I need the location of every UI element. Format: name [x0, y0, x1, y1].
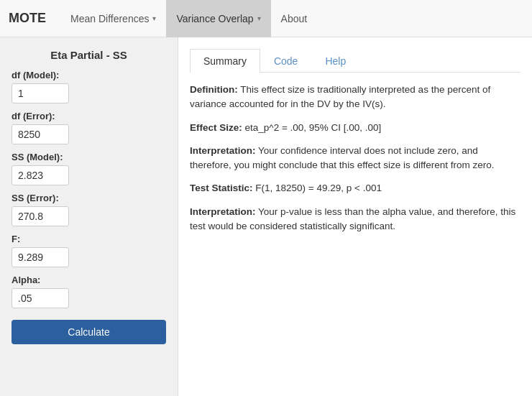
ss-error-label: SS (Error): [12, 193, 166, 203]
right-panel: Summary Code Help Definition: This effec… [178, 37, 532, 396]
f-input[interactable] [12, 247, 69, 267]
alpha-input[interactable] [12, 288, 69, 308]
tab-help[interactable]: Help [311, 49, 359, 73]
left-panel: Eta Partial - SS df (Model): df (Error):… [0, 37, 178, 396]
interpretation2-label: Interpretation: [190, 206, 256, 217]
ss-model-label: SS (Model): [12, 152, 166, 162]
tab-code[interactable]: Code [260, 49, 311, 73]
dropdown-arrow-variance-overlap: ▾ [257, 14, 261, 22]
df-error-input[interactable] [12, 124, 69, 144]
alpha-label: Alpha: [12, 275, 166, 285]
ss-error-input[interactable] [12, 206, 69, 226]
test-statistic-text: F(1, 18250) = 49.29, p < .001 [253, 183, 382, 193]
calculate-button[interactable]: Calculate [12, 320, 166, 344]
nav-item-mean-differences[interactable]: Mean Differences ▾ [60, 0, 166, 37]
main-content: Eta Partial - SS df (Model): df (Error):… [0, 37, 532, 396]
df-model-label: df (Model): [12, 70, 166, 80]
brand-logo: MOTE [9, 11, 46, 26]
effect-size-label: Effect Size: [190, 122, 242, 133]
test-statistic-paragraph: Test Statistic: F(1, 18250) = 49.29, p <… [190, 181, 520, 195]
df-model-input[interactable] [12, 83, 69, 103]
test-statistic-label: Test Statistic: [190, 183, 253, 193]
effect-size-text: eta_p^2 = .00, 95% CI [.00, .00] [242, 122, 382, 133]
nav-item-about[interactable]: About [271, 0, 318, 37]
interpretation2-paragraph: Interpretation: Your p-value is less tha… [190, 205, 520, 234]
nav-label-about: About [281, 13, 308, 24]
tab-summary[interactable]: Summary [190, 49, 260, 73]
f-label: F: [12, 234, 166, 244]
nav-label-variance-overlap: Variance Overlap [176, 13, 253, 24]
df-error-label: df (Error): [12, 111, 166, 121]
summary-content: Definition: This effect size is traditio… [190, 83, 520, 234]
panel-title: Eta Partial - SS [12, 49, 166, 61]
interpretation1-paragraph: Interpretation: Your confidence interval… [190, 144, 520, 173]
definition-paragraph: Definition: This effect size is traditio… [190, 83, 520, 112]
nav-label-mean-differences: Mean Differences [70, 13, 149, 24]
interpretation1-label: Interpretation: [190, 145, 256, 156]
tabs-bar: Summary Code Help [190, 49, 520, 73]
navbar: MOTE Mean Differences ▾ Variance Overlap… [0, 0, 532, 37]
dropdown-arrow-mean-differences: ▾ [152, 14, 156, 22]
ss-model-input[interactable] [12, 165, 69, 185]
definition-label: Definition: [190, 84, 238, 95]
nav-item-variance-overlap[interactable]: Variance Overlap ▾ [166, 0, 270, 37]
effect-size-paragraph: Effect Size: eta_p^2 = .00, 95% CI [.00,… [190, 121, 520, 135]
